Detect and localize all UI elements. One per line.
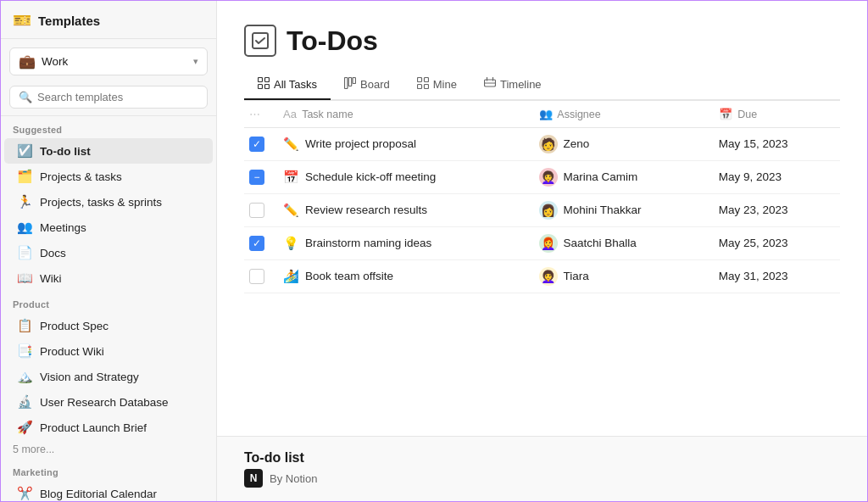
user-research-icon: 🔬	[16, 394, 33, 410]
th-assignee-icon: 👥	[539, 108, 553, 120]
task-name-cell: ✏️Review research results	[275, 193, 531, 226]
projects-tasks-icon: 🗂️	[16, 169, 33, 184]
tab-mine[interactable]: Mine	[403, 70, 470, 100]
avatar: 👩‍🦰	[539, 234, 558, 253]
assignee-name: Zeno	[564, 137, 590, 150]
checkbox-cell[interactable]: ✓	[244, 127, 275, 160]
task-table: ⋯ Aa Task name 👥 Assignee 📅 Due	[244, 100, 840, 293]
sidebar-item-label: Wiki	[40, 272, 201, 285]
checkbox[interactable]	[249, 269, 264, 284]
notion-logo: N	[244, 469, 263, 488]
search-input[interactable]	[37, 91, 198, 103]
tab-timeline[interactable]: Timeline	[470, 70, 555, 100]
table-row: ✓💡Brainstorm naming ideas👩‍🦰Saatchi Bhal…	[244, 226, 840, 259]
sidebar-item-blog-editorial[interactable]: ✂️ Blog Editorial Calendar	[4, 481, 213, 501]
svg-rect-2	[265, 78, 270, 82]
svg-rect-1	[259, 78, 263, 82]
th-due: 📅 Due	[710, 100, 840, 127]
page-title-row: To-Dos	[244, 25, 840, 57]
svg-rect-9	[424, 78, 428, 82]
sidebar-item-vision-strategy[interactable]: 🏔️ Vision and Strategy	[4, 364, 213, 389]
marketing-section-label: Marketing	[1, 459, 216, 481]
work-icon: 💼	[19, 53, 36, 70]
checkbox-cell[interactable]	[244, 259, 275, 293]
task-name-cell: 🏄Book team offsite	[275, 259, 531, 293]
chevron-down-icon: ▾	[193, 56, 198, 67]
tab-board[interactable]: Board	[331, 70, 403, 100]
task-name-cell: 📅Schedule kick-off meeting	[275, 160, 531, 193]
sidebar-item-label: Product Wiki	[40, 345, 201, 358]
task-name-cell: ✏️Write project proposal	[275, 127, 531, 160]
table-row: ✓✏️Write project proposal🧑ZenoMay 15, 20…	[244, 127, 840, 160]
checkbox-cell[interactable]	[244, 193, 275, 226]
checkbox[interactable]: ✓	[249, 137, 264, 152]
task-name-cell: 💡Brainstorm naming ideas	[275, 226, 531, 259]
svg-rect-7	[353, 78, 356, 84]
checkbox[interactable]: ✓	[249, 236, 264, 251]
th-drag: ⋯	[244, 100, 275, 127]
sidebar-item-label: Product Spec	[40, 320, 201, 332]
search-icon: 🔍	[19, 91, 32, 103]
table-row: ✏️Review research results👩Mohini Thakkar…	[244, 193, 840, 226]
avatar: 🧑	[539, 135, 558, 153]
search-container: 🔍	[1, 79, 216, 116]
sidebar-item-product-launch[interactable]: 🚀 Product Launch Brief	[4, 415, 213, 440]
tab-all-tasks[interactable]: All Tasks	[244, 70, 331, 100]
sprints-icon: 🏃	[16, 194, 33, 209]
due-cell: May 9, 2023	[710, 160, 840, 193]
sidebar-item-projects-tasks-sprints[interactable]: 🏃 Projects, tasks & sprints	[4, 189, 213, 215]
card-by-label: By Notion	[270, 472, 317, 485]
task-name: Book team offsite	[305, 270, 393, 282]
task-emoji: ✏️	[283, 203, 299, 218]
task-name: Brainstorm naming ideas	[305, 237, 431, 249]
assignee-cell: 👩‍🦱Tiara	[531, 259, 710, 293]
th-due-label: Due	[737, 109, 757, 120]
checkbox[interactable]	[249, 203, 264, 218]
product-spec-icon: 📋	[16, 318, 33, 333]
todo-icon: ☑️	[16, 143, 33, 159]
meetings-icon: 👥	[16, 220, 33, 235]
sidebar-item-user-research[interactable]: 🔬 User Research Database	[4, 389, 213, 415]
th-task-name-label: Task name	[302, 109, 353, 120]
sidebar-item-product-wiki[interactable]: 📑 Product Wiki	[4, 338, 213, 364]
th-task-name-icon: Aa	[283, 108, 297, 120]
th-task-name: Aa Task name	[275, 100, 531, 127]
tab-timeline-label: Timeline	[500, 78, 542, 91]
assignee-cell: 🧑Zeno	[531, 127, 710, 160]
product-more-link[interactable]: 5 more...	[1, 440, 216, 459]
due-cell: May 31, 2023	[710, 259, 840, 293]
svg-rect-5	[345, 78, 348, 89]
assignee-cell: 👩‍🦱Marina Camim	[531, 160, 710, 193]
tab-mine-label: Mine	[433, 78, 457, 91]
svg-rect-11	[424, 85, 428, 89]
table-row: −📅Schedule kick-off meeting👩‍🦱Marina Cam…	[244, 160, 840, 193]
work-left: 💼 Work	[19, 53, 68, 70]
timeline-tab-icon	[484, 77, 496, 92]
tabs-row: All Tasks Board Mine Timeline	[244, 70, 840, 100]
assignee-cell: 👩Mohini Thakkar	[531, 193, 710, 226]
sidebar-item-projects-tasks[interactable]: 🗂️ Projects & tasks	[4, 164, 213, 189]
sidebar-item-docs[interactable]: 📄 Docs	[4, 240, 213, 265]
svg-rect-6	[348, 78, 352, 86]
task-table-scroll[interactable]: ⋯ Aa Task name 👥 Assignee 📅 Due	[244, 100, 840, 437]
checkbox[interactable]: −	[249, 170, 264, 185]
drag-handle-icon: ⋯	[249, 108, 260, 120]
sidebar-item-todo-list[interactable]: ☑️ To-do list	[4, 138, 213, 164]
sidebar-item-label: Docs	[40, 247, 201, 259]
sidebar-title: Templates	[38, 14, 204, 28]
assignee-name: Tiara	[564, 270, 589, 282]
work-dropdown[interactable]: 💼 Work ▾	[9, 47, 208, 75]
search-input-wrap[interactable]: 🔍	[9, 86, 208, 109]
th-assignee-label: Assignee	[557, 109, 600, 120]
checkbox-cell[interactable]: −	[244, 160, 275, 193]
task-emoji: 🏄	[283, 269, 299, 284]
avatar: 👩‍🦱	[539, 168, 558, 187]
sidebar-item-product-spec[interactable]: 📋 Product Spec	[4, 313, 213, 338]
vision-icon: 🏔️	[16, 369, 33, 384]
due-cell: May 25, 2023	[710, 226, 840, 259]
sidebar-item-wiki[interactable]: 📖 Wiki	[4, 265, 213, 291]
assignee-name: Saatchi Bhalla	[564, 237, 637, 249]
sidebar-item-meetings[interactable]: 👥 Meetings	[4, 215, 213, 240]
assignee-name: Marina Camim	[564, 170, 638, 183]
checkbox-cell[interactable]: ✓	[244, 226, 275, 259]
